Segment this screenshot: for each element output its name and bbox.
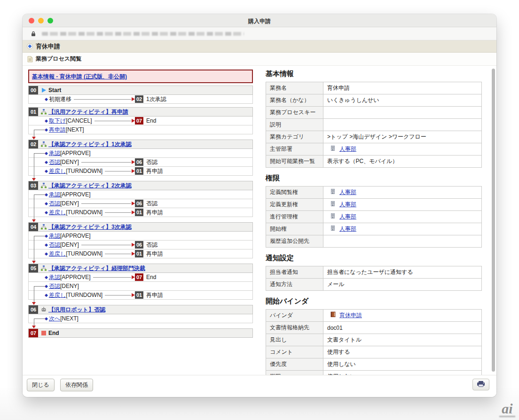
flow-transition-link[interactable]: 否認 — [49, 158, 60, 166]
flow-transition-link[interactable]: 承認 — [49, 232, 60, 240]
flow-activity-title[interactable]: 【汎用アクティビティ】再申請 — [48, 108, 128, 116]
flow-step-number: 02 — [29, 140, 38, 148]
flow-down-arrow-icon — [32, 302, 36, 305]
department-link[interactable]: 人事部 — [339, 189, 356, 195]
hierarchy-icon — [41, 141, 47, 147]
flow-elbow-line — [34, 130, 45, 130]
flow-connector-line — [105, 295, 131, 296]
flow-transition-code: [DENY] — [60, 241, 79, 248]
flow-transition-link[interactable]: 取下げ — [49, 117, 66, 125]
flow-transition-row: ◆差戻し[TURNDOWN]01再申請 — [28, 249, 253, 258]
printer-icon — [477, 381, 485, 389]
flow-elbow-line — [34, 319, 45, 319]
flow-activity-title[interactable]: 【承認アクティビティ】3次承認 — [48, 223, 132, 231]
flow-arrowhead-icon — [132, 275, 135, 279]
flow-transition-link[interactable]: 承認 — [49, 191, 60, 199]
flow-activity-title: Start — [48, 87, 61, 93]
flow-target-number: 01 — [135, 250, 143, 257]
flow-transition-link[interactable]: 承認 — [49, 149, 60, 157]
detail-row: 業務プロセスキー — [266, 107, 482, 119]
end-icon — [41, 330, 47, 336]
department-link[interactable]: 人事部 — [339, 201, 356, 208]
hierarchy-icon — [41, 265, 47, 271]
department-link[interactable]: 人事部 — [339, 226, 356, 232]
flow-transition-link[interactable]: 次へ — [49, 315, 60, 323]
close-button[interactable]: 閉じる — [27, 379, 55, 391]
detail-value: 人事部 — [323, 143, 482, 156]
watermark-subtext — [499, 416, 515, 417]
flow-target-number: 07 — [135, 273, 143, 281]
flow-transition-code: [APPROVE] — [60, 191, 91, 198]
flow-transition-code: [APPROVE] — [60, 233, 91, 239]
flow-transition-link[interactable]: 否認 — [49, 282, 60, 290]
flow-activity-title[interactable]: 【承認アクティビティ】2次承認 — [48, 182, 132, 190]
transition-diamond-icon: ◆ — [45, 317, 48, 321]
flow-transition-link[interactable]: 差戻し — [49, 250, 66, 258]
flow-target-label: End — [146, 117, 156, 124]
print-button[interactable] — [472, 379, 489, 390]
flow-transition-code: [NEXT] — [66, 126, 84, 133]
binder-link[interactable]: 育休申請 — [339, 312, 362, 319]
flow-transition-link[interactable]: 差戻し — [49, 167, 66, 175]
detail-label: 進行管理権 — [266, 211, 323, 223]
section-heading: 開始バインダ — [266, 297, 482, 306]
vertical-scrollbar[interactable] — [492, 69, 495, 372]
detail-label: 定義閲覧権 — [266, 187, 323, 199]
transition-diamond-icon: ◆ — [45, 169, 48, 173]
flow-block-header: 00Start — [28, 86, 253, 95]
flow-block-header: 04【承認アクティビティ】3次承認 — [28, 222, 253, 232]
flow-activity-title[interactable]: 【承認アクティビティ】経理部門決裁 — [48, 264, 145, 272]
flow-transition-row: ◆差戻し[TURNDOWN]01再申請 — [28, 291, 253, 300]
department-icon — [330, 188, 336, 194]
detail-panel: 基本情報業務名育休申請業務名（かな）いくきゅうしんせい業務プロセスキー説明業務カ… — [266, 67, 482, 375]
detail-row: 履歴追加公開先 — [266, 235, 482, 248]
department-link[interactable]: 人事部 — [339, 213, 356, 220]
flow-block-header: 05【承認アクティビティ】経理部門決裁 — [28, 264, 253, 273]
flow-transition-link[interactable]: 差戻し — [49, 209, 66, 217]
detail-row: 定義更新権人事部 — [266, 199, 482, 211]
flow-transition-link[interactable]: 再申請 — [49, 126, 66, 134]
flow-transition-code: [DENY] — [60, 200, 79, 207]
dependency-button[interactable]: 依存関係 — [60, 379, 93, 391]
flow-connector-line — [81, 203, 131, 204]
detail-value — [323, 235, 482, 248]
flow-target-label: 1次承認 — [146, 95, 166, 103]
flow-transition-row: ◆否認[DENY]06否認 — [28, 199, 253, 208]
hierarchy-icon — [41, 109, 47, 115]
page-subheader: 業務プロセス閲覧 — [23, 53, 496, 66]
transition-diamond-icon: ◆ — [45, 151, 48, 156]
flow-step-number: 00 — [29, 86, 38, 94]
detail-label: 説明 — [266, 119, 323, 131]
department-icon — [330, 145, 336, 151]
flow-transition-row: ◆承認[APPROVE] — [28, 232, 253, 241]
flow-activity-title[interactable]: 【汎用ロボット】否認 — [48, 306, 105, 314]
flow-arrowhead-icon — [132, 252, 135, 256]
robot-icon — [41, 307, 47, 312]
flow-transition-link[interactable]: 承認 — [49, 273, 60, 281]
start-icon — [41, 87, 47, 93]
detail-label: 優先度 — [266, 358, 323, 371]
flow-transition-row: ◆取下げ[CANCEL]07End — [28, 117, 253, 125]
flow-basic-info-link[interactable]: 基本情報 - 育休申請 (正式版、非公開) — [32, 73, 127, 80]
flow-transition-link[interactable]: 差戻し — [49, 291, 66, 299]
flow-transition-link: 初期遷移 — [49, 95, 71, 103]
address-bar[interactable] — [23, 27, 496, 40]
flow-step-number: 06 — [29, 305, 38, 314]
flow-transition-code: [TURNDOWN] — [66, 209, 102, 216]
detail-value: いくきゅうしんせい — [323, 94, 482, 107]
flow-connector-line — [105, 171, 131, 171]
flow-activity-title[interactable]: 【承認アクティビティ】1次承認 — [48, 140, 132, 148]
flow-transition-row: ◆否認[DENY]06否認 — [28, 241, 253, 249]
detail-label: 主管部署 — [266, 143, 323, 156]
flow-transition-link[interactable]: 否認 — [49, 200, 60, 208]
flow-target-number: 06 — [135, 158, 143, 166]
department-link[interactable]: 人事部 — [339, 146, 356, 152]
flow-transition-link[interactable]: 否認 — [49, 241, 60, 249]
flow-target-number: 02 — [135, 95, 143, 103]
detail-row: コメント使用する — [266, 346, 482, 358]
detail-row: 開始可能業務一覧表示する（PC、モバイル） — [266, 156, 482, 168]
flow-block-07: 07End — [28, 328, 253, 338]
flow-transition-code: [DENY] — [60, 159, 79, 165]
transition-diamond-icon: ◆ — [45, 202, 48, 206]
binder-icon — [330, 311, 336, 317]
